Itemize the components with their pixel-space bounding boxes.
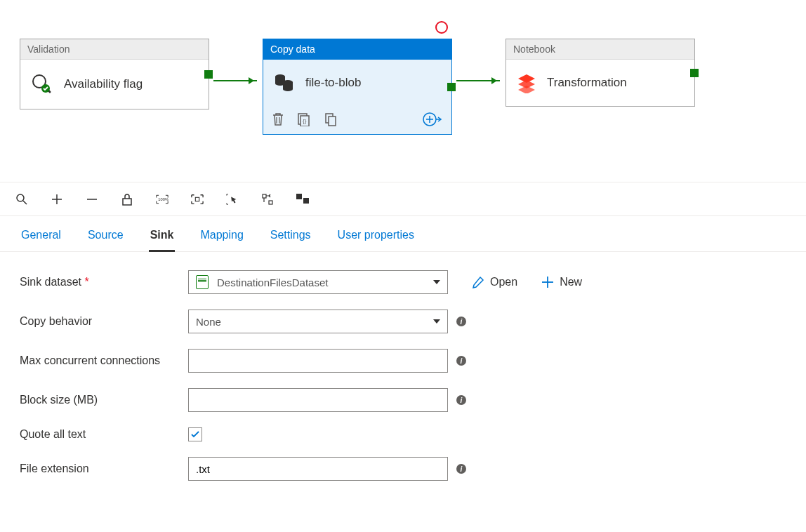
lock-icon[interactable] — [121, 193, 133, 206]
activity-name: Availability flag — [64, 77, 143, 91]
dataset-icon — [196, 275, 209, 289]
file-extension-label: File extension — [20, 463, 188, 475]
activity-copy-data[interactable]: Copy data file-to-blob {} — [263, 39, 452, 135]
quote-all-text-label: Quote all text — [20, 428, 188, 441]
zoom-in-icon[interactable] — [51, 193, 63, 206]
activity-name: Transformation — [547, 76, 627, 90]
info-icon[interactable]: i — [456, 356, 466, 366]
pipeline-canvas[interactable]: Validation Availability flag Copy data — [0, 0, 806, 182]
tab-general[interactable]: General — [20, 225, 62, 251]
svg-rect-11 — [329, 117, 336, 126]
tab-settings[interactable]: Settings — [269, 225, 312, 251]
svg-rect-21 — [123, 199, 131, 205]
sink-dataset-select[interactable]: DestinationFilesDataset — [188, 270, 448, 294]
info-icon[interactable]: i — [456, 395, 466, 405]
activity-name: file-to-blob — [305, 76, 361, 90]
output-handle[interactable] — [204, 70, 213, 79]
new-dataset-button[interactable]: New — [541, 276, 582, 288]
search-icon[interactable] — [15, 193, 28, 206]
activity-type-label: Copy data — [263, 39, 451, 60]
file-extension-input[interactable] — [188, 457, 448, 481]
svg-rect-24 — [263, 194, 266, 198]
activity-type-label: Notebook — [506, 39, 694, 60]
svg-text:{}: {} — [303, 118, 307, 124]
svg-rect-26 — [296, 194, 302, 199]
open-dataset-button[interactable]: Open — [472, 276, 517, 288]
activity-notebook[interactable]: Notebook Transformation — [506, 39, 695, 107]
canvas-toolbar: 100% — [0, 182, 806, 216]
clone-icon[interactable] — [324, 112, 338, 126]
databricks-icon — [516, 72, 537, 93]
copy-behavior-select[interactable]: None — [188, 310, 448, 333]
add-output-icon[interactable] — [422, 112, 442, 127]
info-icon[interactable]: i — [456, 317, 466, 326]
max-connections-input[interactable] — [188, 349, 448, 373]
activity-type-label: Validation — [20, 39, 209, 60]
database-copy-icon — [273, 72, 296, 93]
error-indicator-icon — [435, 21, 448, 34]
chevron-down-icon — [433, 280, 440, 284]
success-connector — [213, 80, 257, 81]
tab-source[interactable]: Source — [86, 225, 125, 251]
code-icon[interactable]: {} — [297, 112, 311, 126]
activity-validation[interactable]: Validation Availability flag — [20, 39, 209, 109]
output-handle[interactable] — [447, 83, 456, 91]
svg-line-17 — [23, 201, 27, 204]
block-size-label: Block size (MB) — [20, 394, 188, 406]
svg-text:100%: 100% — [158, 197, 169, 201]
svg-rect-25 — [269, 201, 272, 204]
zoom-out-icon[interactable] — [86, 193, 98, 206]
info-icon[interactable]: i — [456, 464, 466, 474]
tab-sink[interactable]: Sink — [149, 225, 176, 252]
magnifier-check-icon — [30, 72, 54, 96]
sink-dataset-label: Sink dataset * — [20, 276, 188, 288]
properties-tabs: General Source Sink Mapping Settings Use… — [0, 216, 806, 252]
quote-all-text-checkbox[interactable] — [188, 427, 202, 441]
svg-point-16 — [17, 194, 24, 201]
copy-behavior-label: Copy behavior — [20, 315, 188, 328]
output-handle[interactable] — [690, 69, 699, 77]
svg-rect-23 — [195, 197, 199, 201]
max-connections-label: Max concurrent connections — [20, 353, 188, 368]
tab-user-properties[interactable]: User properties — [336, 225, 416, 251]
layout-icon[interactable] — [296, 193, 309, 206]
svg-rect-27 — [303, 198, 309, 204]
zoom-100-icon[interactable]: 100% — [156, 193, 169, 206]
chevron-down-icon — [433, 319, 440, 324]
tab-mapping[interactable]: Mapping — [199, 225, 244, 251]
block-size-input[interactable] — [188, 388, 448, 412]
fit-screen-icon[interactable] — [191, 193, 204, 206]
auto-align-icon[interactable] — [261, 193, 274, 206]
success-connector — [456, 80, 500, 81]
delete-icon[interactable] — [272, 112, 284, 126]
sink-form: Sink dataset * DestinationFilesDataset O… — [0, 252, 806, 514]
select-icon[interactable] — [226, 193, 239, 206]
